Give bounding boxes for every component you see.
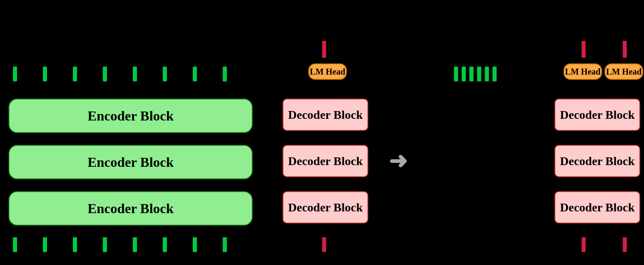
encoder-token-1 — [13, 66, 17, 81]
transform-arrow: ➜ — [377, 150, 420, 172]
decoder-right-block-3: Decoder Block — [555, 191, 640, 223]
encoder-token-5 — [133, 66, 137, 81]
encoder-token-7 — [193, 66, 197, 81]
encoder-out-token-7 — [193, 237, 197, 252]
encoder-block-2: Encoder Block — [9, 145, 253, 179]
decoder-right-top-g6 — [492, 66, 497, 81]
decoder-right-bottom-r2 — [623, 237, 627, 252]
encoder-token-3 — [73, 66, 77, 81]
decoder-left-block-1: Decoder Block — [283, 99, 368, 131]
encoder-token-2 — [43, 66, 47, 81]
decoder-right-top-r2 — [623, 41, 627, 58]
encoder-block-1: Encoder Block — [9, 99, 253, 133]
encoder-out-token-8 — [223, 237, 227, 252]
decoder-right-top-g2 — [462, 66, 466, 81]
decoder-right-top-g4 — [477, 66, 481, 81]
decoder-left-token-top — [322, 41, 326, 58]
decoder-right-top-r1 — [581, 41, 586, 58]
encoder-out-token-2 — [43, 237, 47, 252]
encoder-out-token-4 — [103, 237, 107, 252]
decoder-right-block-1: Decoder Block — [555, 99, 640, 131]
encoder-block-3: Encoder Block — [9, 191, 253, 226]
decoder-right-top-g5 — [485, 66, 489, 81]
encoder-out-token-3 — [73, 237, 77, 252]
architecture-diagram: Encoder Block Encoder Block Encoder Bloc… — [0, 0, 644, 265]
decoder-right-block-2: Decoder Block — [555, 145, 640, 177]
encoder-token-4 — [103, 66, 107, 81]
lm-head-right-1: LM Head — [564, 63, 602, 80]
encoder-token-8 — [223, 66, 227, 81]
lm-head-right-2: LM Head — [605, 63, 643, 80]
lm-head-single: LM Head — [308, 63, 347, 80]
decoder-left-block-3: Decoder Block — [283, 191, 368, 223]
decoder-right-top-g1 — [454, 66, 458, 81]
decoder-right-bottom-r1 — [581, 237, 586, 252]
decoder-left-block-2: Decoder Block — [283, 145, 368, 177]
encoder-out-token-5 — [133, 237, 137, 252]
decoder-right-top-g3 — [469, 66, 474, 81]
decoder-left-token-bottom — [322, 237, 326, 252]
encoder-token-6 — [163, 66, 167, 81]
encoder-out-token-6 — [163, 237, 167, 252]
encoder-out-token-1 — [13, 237, 17, 252]
